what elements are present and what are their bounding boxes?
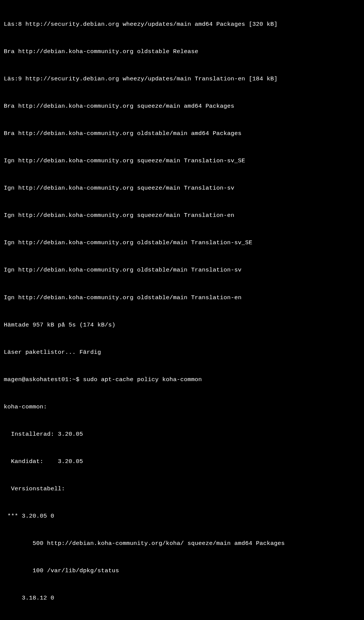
terminal-line: Ign http://debian.koha-community.org old… xyxy=(4,293,361,302)
terminal-line: Bra http://debian.koha-community.org old… xyxy=(4,47,361,56)
terminal-line: Läser paketlistor... Färdig xyxy=(4,348,361,357)
terminal-line: Ign http://debian.koha-community.org old… xyxy=(4,238,361,247)
terminal-line: Kandidat: 3.20.05 xyxy=(4,457,361,466)
terminal-line: Ign http://debian.koha-community.org squ… xyxy=(4,211,361,220)
terminal-line: Bra http://debian.koha-community.org squ… xyxy=(4,102,361,111)
terminal-line: magen@askohatest01:~$ sudo apt-cache pol… xyxy=(4,375,361,384)
document-page: Läs:8 http://security.debian.org wheezy/… xyxy=(0,0,364,620)
terminal-screenshot: Läs:8 http://security.debian.org wheezy/… xyxy=(0,0,364,620)
terminal-line: Hämtade 957 kB på 5s (174 kB/s) xyxy=(4,320,361,330)
terminal-line: Versionstabell: xyxy=(4,484,361,493)
terminal-line: Ign http://debian.koha-community.org squ… xyxy=(4,184,361,193)
terminal-line: Läs:8 http://security.debian.org wheezy/… xyxy=(4,20,361,29)
terminal-line: Bra http://debian.koha-community.org old… xyxy=(4,129,361,138)
terminal-line: 3.18.12 0 xyxy=(4,593,361,603)
terminal-line: Installerad: 3.20.05 xyxy=(4,430,361,439)
terminal-line: Ign http://debian.koha-community.org old… xyxy=(4,265,361,275)
terminal-line: Ign http://debian.koha-community.org squ… xyxy=(4,156,361,165)
terminal-line: 100 /var/lib/dpkg/status xyxy=(4,566,361,575)
terminal-line: koha-common: xyxy=(4,402,361,411)
terminal-line: Läs:9 http://security.debian.org wheezy/… xyxy=(4,74,361,83)
terminal-line: 500 http://debian.koha-community.org/koh… xyxy=(4,539,361,548)
terminal-line: *** 3.20.05 0 xyxy=(4,512,361,521)
